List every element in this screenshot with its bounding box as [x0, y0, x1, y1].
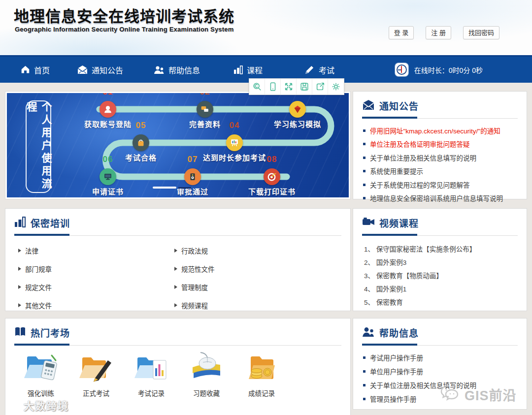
video-link[interactable]: 4、 国外案例1 [364, 283, 520, 296]
hot-exam-item-training[interactable]: 强化训练 [18, 351, 64, 398]
notice-link[interactable]: 单位注册及合格证明审批问题答疑 [363, 138, 519, 151]
users-icon [154, 65, 165, 74]
gem-icon [289, 101, 306, 118]
video-link[interactable]: 6、 保密教育 [364, 309, 520, 311]
save-icon[interactable] [297, 79, 312, 95]
watermark-right: GIS前沿 [440, 384, 517, 405]
page-root: 地理信息安全在线培训考试系统 Geographic Information Se… [0, 0, 532, 415]
carousel-indicator-active[interactable] [153, 187, 176, 189]
target-icon [264, 168, 280, 185]
screenshot-toolbar [249, 78, 344, 95]
training-head: 保密培训 [5, 209, 350, 229]
training-panel: 保密培训 法律 行政法规 部门规章 规范性文件 规定文件 管理制度 其他文件 视… [5, 208, 351, 311]
training-link[interactable]: 部门规章 [18, 264, 174, 274]
hot-exam-items: 强化训练 正式考试 考试记录 [5, 346, 350, 398]
pencil-icon [305, 65, 315, 74]
notice-link[interactable]: 地理信息安全保密培训系统用户信息填写说明 [363, 192, 519, 205]
clock-icon [395, 63, 408, 76]
notice-head: 通知公告 [353, 92, 527, 112]
notice-link[interactable]: 停用旧网址"kmap.ckcest.cn/security/"的通知 [363, 125, 519, 138]
user-flow-banner[interactable]: 个人用户使用流程 01 获取账号登陆 02 完善资料 03 [7, 93, 349, 197]
wechat-icon [440, 384, 462, 405]
home-icon [21, 65, 30, 74]
folder-coins-icon [241, 377, 282, 385]
video-panel: 视频课程 1、 保守国家秘密法【实施条例公布】 2、 国外案例3 3、 保密教育… [353, 208, 527, 311]
training-link[interactable]: 法律 [18, 246, 174, 255]
hot-exam-title: 热门考场 [31, 326, 70, 339]
banner-card: 个人用户使用流程 01 获取账号登陆 02 完善资料 03 [5, 91, 351, 199]
folder-pen-icon [75, 377, 117, 385]
bar-chart-icon [14, 217, 26, 229]
hot-exam-item-records[interactable]: 考试记录 [129, 351, 174, 398]
video-link[interactable]: 1、 保守国家秘密法【实施条例公布】 [364, 243, 520, 256]
arrow-right-icon [18, 303, 21, 307]
online-time: 在线时长：0时0分 0秒 [395, 57, 483, 83]
presentation-icon [226, 134, 243, 151]
video-link[interactable]: 2、 国外案例3 [364, 256, 520, 269]
training-links: 法律 行政法规 部门规章 规范性文件 规定文件 管理制度 其他文件 视频课程 [5, 236, 350, 310]
nav-label: 通知公告 [92, 64, 123, 76]
video-title: 视频课程 [379, 216, 419, 229]
notice-panel: 通知公告 停用旧网址"kmap.ckcest.cn/security/"的通知 … [353, 91, 527, 199]
training-link[interactable]: 规范性文件 [174, 264, 331, 274]
login-button[interactable]: 登 录 [389, 26, 414, 39]
fullscreen-icon[interactable] [281, 79, 297, 95]
notice-list: 停用旧网址"kmap.ckcest.cn/security/"的通知 单位注册及… [353, 125, 527, 205]
notice-link[interactable]: 系统使用重要提示 [363, 165, 519, 178]
hot-exam-item-favorites[interactable]: 习题收藏 [184, 351, 229, 398]
training-link[interactable]: 其他文件 [18, 300, 174, 310]
training-title: 保密培训 [31, 216, 70, 229]
settings-icon[interactable] [328, 79, 344, 95]
nav-item-notices[interactable]: 通知公告 [77, 57, 123, 83]
site-title: 地理信息安全在线培训考试系统 [14, 4, 234, 26]
register-button[interactable]: 注 册 [426, 26, 451, 39]
site-subtitle: Geographic Information Security Online T… [15, 26, 233, 33]
help-title: 帮助信息 [379, 326, 419, 339]
hot-exam-item-scores[interactable]: 成绩记录 [239, 351, 284, 398]
bag-icon [133, 134, 149, 151]
nav-label: 课程 [247, 64, 263, 76]
bar-chart-icon [233, 65, 243, 74]
device-icon[interactable] [265, 79, 281, 95]
notice-link[interactable]: 关于单位注册及相关信息填写的说明 [363, 152, 519, 165]
training-link[interactable]: 管理制度 [174, 282, 331, 292]
recover-password-button[interactable]: 找回密码 [463, 26, 499, 39]
nav-item-home[interactable]: 首页 [21, 57, 50, 83]
video-camera-icon [362, 217, 375, 229]
help-link[interactable]: 单位用户操作手册 [363, 365, 519, 379]
auth-buttons: 登 录 注 册 找回密码 [389, 26, 499, 39]
video-link[interactable]: 3、 保密教育【物质动画】 [364, 269, 520, 283]
folder-calculator-icon [20, 377, 62, 385]
speaker-icon [184, 168, 201, 185]
training-link[interactable]: 视频课程 [174, 300, 331, 310]
help-link[interactable]: 考试用户操作手册 [363, 351, 519, 365]
mail-open-icon [362, 99, 375, 112]
video-list: 1、 保守国家秘密法【实施条例公布】 2、 国外案例3 3、 保密教育【物质动画… [353, 243, 527, 311]
training-link[interactable]: 规定文件 [18, 282, 174, 292]
carousel-indicator[interactable] [178, 187, 191, 189]
training-link[interactable]: 行政法规 [174, 246, 331, 255]
watermark-left: 大数跨境 [4, 398, 69, 413]
chat-icon [197, 101, 213, 118]
folder-chart-icon [131, 377, 172, 385]
zoom-icon[interactable] [249, 79, 265, 95]
watermark-logo-icon [4, 398, 22, 413]
online-time-label: 在线时长：0时0分 0秒 [414, 65, 483, 75]
notice-link[interactable]: 关于系统使用过程的常见问题解答 [363, 179, 519, 192]
users-icon [362, 326, 375, 339]
arrow-right-icon [174, 303, 177, 307]
video-link[interactable]: 5、 保密教育 [364, 296, 520, 309]
nav-label: 帮助信息 [168, 64, 200, 76]
nav-item-help[interactable]: 帮助信息 [154, 57, 200, 83]
hot-exam-item-formal[interactable]: 正式考试 [73, 351, 119, 398]
book-mouse-icon [186, 377, 227, 385]
hot-exam-head: 热门考场 [5, 319, 350, 339]
notice-title: 通知公告 [379, 99, 419, 112]
arrow-right-icon [174, 285, 177, 289]
arrow-right-icon [18, 267, 21, 271]
video-head: 视频课程 [353, 209, 527, 229]
arrow-right-icon [174, 249, 177, 253]
mail-icon [77, 65, 88, 74]
share-icon[interactable] [312, 79, 328, 95]
book-icon [14, 327, 26, 339]
